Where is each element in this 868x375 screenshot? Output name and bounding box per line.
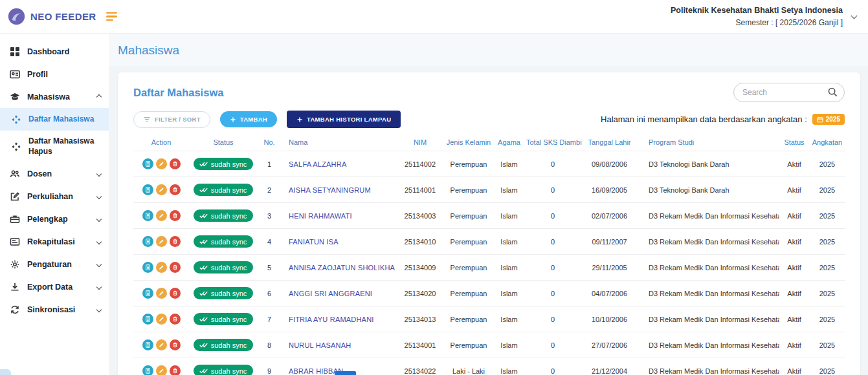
view-detail-button[interactable] xyxy=(142,184,153,195)
edit-button[interactable] xyxy=(156,314,167,325)
student-name-link[interactable]: AISHA SETYANINGRUM xyxy=(289,186,371,194)
cell-tanggal-lahir: 29/11/2005 xyxy=(582,255,637,281)
pencil-icon xyxy=(159,290,164,296)
partial-row-fragment xyxy=(335,371,356,375)
delete-button[interactable] xyxy=(170,314,181,325)
sidebar-toggle-icon[interactable] xyxy=(104,10,120,23)
edit-button[interactable] xyxy=(156,236,167,247)
double-check-icon xyxy=(199,317,208,322)
view-detail-button[interactable] xyxy=(142,339,153,350)
cell-agama: Islam xyxy=(495,229,524,255)
delete-button[interactable] xyxy=(170,184,181,195)
trash-icon xyxy=(172,290,178,296)
graduation-cap-icon xyxy=(9,91,20,102)
sidebar-item-label: Daftar Mahasiswa Hapus xyxy=(28,136,101,156)
sidebar-item-perkuliahan[interactable]: Perkuliahan xyxy=(0,185,109,208)
sync-status-badge: sudah sync xyxy=(194,365,254,375)
sidebar-item-sinkronisasi[interactable]: Sinkronisasi xyxy=(0,298,109,321)
view-detail-button[interactable] xyxy=(142,365,153,375)
sidebar-item-dashboard[interactable]: Dashboard xyxy=(0,40,109,63)
angkatan-note: Halaman ini menampilkan data berdasarkan… xyxy=(601,114,807,124)
edit-button[interactable] xyxy=(156,288,167,299)
edit-button[interactable] xyxy=(156,184,167,195)
sidebar-item-pengaturan[interactable]: Pengaturan xyxy=(0,253,109,275)
student-name-link[interactable]: ANGGI SRI ANGGRAENI xyxy=(289,290,372,297)
edit-button[interactable] xyxy=(156,158,167,169)
cell-nim: 25134001 xyxy=(397,332,443,358)
delete-button[interactable] xyxy=(170,236,181,247)
cell-nim: 25134013 xyxy=(397,306,443,332)
cell-agama: Islam xyxy=(495,332,524,358)
table-row: sudah sync 6 ANGGI SRI ANGGRAENI 2513402… xyxy=(133,281,845,306)
sidebar-item-export-data[interactable]: Export Data xyxy=(0,275,109,298)
delete-button[interactable] xyxy=(170,288,181,299)
sidebar-item-daftar-mahasiswa-hapus[interactable]: Daftar Mahasiswa Hapus xyxy=(0,131,109,162)
pencil-icon xyxy=(159,264,164,270)
student-name-link[interactable]: FANIATUN ISA xyxy=(289,238,339,246)
sidebar-item-rekapitulasi[interactable]: Rekapitulasi xyxy=(0,230,109,253)
cell-program-studi: D3 Rekam Medik Dan Informasi Kesehatan xyxy=(637,358,779,375)
sidebar-item-profil[interactable]: Profil xyxy=(0,63,109,85)
view-detail-button[interactable] xyxy=(142,236,153,247)
view-detail-button[interactable] xyxy=(142,262,153,273)
cell-nim: 25134022 xyxy=(397,358,443,375)
semester-dropdown-chevron-icon[interactable] xyxy=(851,12,858,19)
cell-no: 1 xyxy=(258,151,281,177)
cell-angkatan: 2025 xyxy=(809,229,845,255)
sidebar-item-label: Profil xyxy=(27,70,48,79)
delete-button[interactable] xyxy=(170,339,181,350)
student-name-link[interactable]: ANNISA ZAOJATUN SHOLIKHA xyxy=(289,264,395,272)
filter-sort-button[interactable]: FILTER / SORT xyxy=(133,111,210,128)
chevron-down-icon xyxy=(96,171,102,176)
column-header: Angkatan xyxy=(809,134,845,151)
cell-tanggal-lahir: 10/10/2006 xyxy=(582,306,637,332)
edit-note-icon xyxy=(9,191,20,202)
sidebar-item-label: Dosen xyxy=(27,169,52,178)
delete-button[interactable] xyxy=(170,210,181,221)
cell-agama: Islam xyxy=(495,151,524,177)
table-row: sudah sync 3 HENI RAHMAWATI 25134003 Per… xyxy=(133,203,845,229)
sidebar-item-label: Rekapitulasi xyxy=(27,237,75,246)
chevron-down-icon xyxy=(96,216,102,221)
pencil-icon xyxy=(159,368,164,374)
double-check-icon xyxy=(199,213,208,219)
delete-button[interactable] xyxy=(170,262,181,273)
cell-status: Aktif xyxy=(779,203,809,229)
cell-no: 6 xyxy=(258,281,281,306)
sidebar-item-dosen[interactable]: Dosen xyxy=(0,162,109,185)
delete-button[interactable] xyxy=(170,158,181,169)
pencil-icon xyxy=(159,187,164,193)
cell-agama: Islam xyxy=(495,306,524,332)
cell-status: Aktif xyxy=(779,332,809,358)
cell-jenis-kelamin: Perempuan xyxy=(443,203,495,229)
view-detail-button[interactable] xyxy=(142,158,153,169)
search-icon[interactable] xyxy=(827,87,838,98)
pencil-icon xyxy=(159,213,164,219)
view-detail-button[interactable] xyxy=(142,288,153,299)
tambah-histori-lampau-button[interactable]: TAMBAH HISTORI LAMPAU xyxy=(287,111,401,128)
student-name-link[interactable]: NURUL HASANAH xyxy=(289,341,351,349)
document-icon xyxy=(145,213,151,219)
sidebar-item-mahasiswa[interactable]: Mahasiswa xyxy=(0,85,109,108)
sidebar-item-label: Mahasiswa xyxy=(27,92,70,102)
edit-button[interactable] xyxy=(156,339,167,350)
edit-button[interactable] xyxy=(156,210,167,221)
edit-button[interactable] xyxy=(156,365,167,375)
cell-nim: 25114002 xyxy=(397,151,443,177)
panel-title: Daftar Mahasiswa xyxy=(133,87,223,99)
column-header: Nama xyxy=(281,134,397,151)
search-box xyxy=(733,83,845,102)
edit-button[interactable] xyxy=(156,262,167,273)
student-name-link[interactable]: HENI RAHMAWATI xyxy=(289,212,352,220)
view-detail-button[interactable] xyxy=(142,210,153,221)
tambah-button[interactable]: TAMBAH xyxy=(220,111,277,127)
student-name-link[interactable]: SALFA ALZAHRA xyxy=(289,160,346,168)
delete-button[interactable] xyxy=(170,365,181,375)
view-detail-button[interactable] xyxy=(142,314,153,325)
sidebar-item-daftar-mahasiswa[interactable]: Daftar Mahasiswa xyxy=(0,108,109,131)
sidebar-item-pelengkap[interactable]: Pelengkap xyxy=(0,208,109,230)
student-name-link[interactable]: FITRIA AYU RAMADHANI xyxy=(289,316,374,323)
angkatan-badge-label: 2025 xyxy=(826,116,840,123)
sidebar-item-label: Daftar Mahasiswa xyxy=(28,114,94,125)
chevron-down-icon xyxy=(96,261,102,266)
